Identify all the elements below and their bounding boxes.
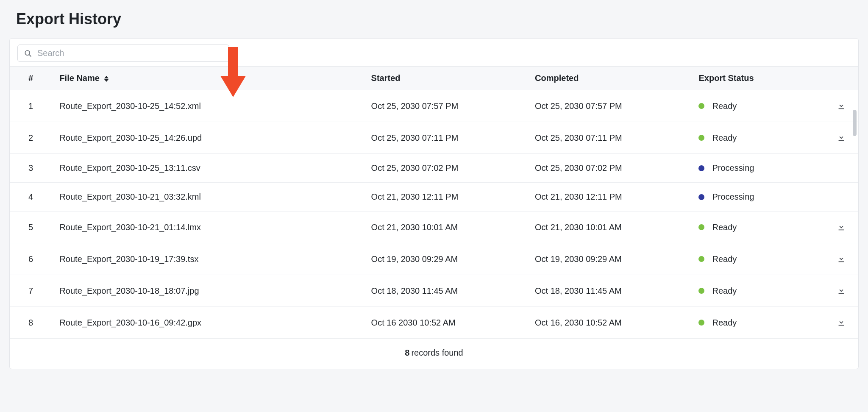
row-number: 3 [10, 163, 56, 173]
status-dot-icon [698, 194, 704, 200]
download-button[interactable] [835, 253, 847, 264]
search-input[interactable] [37, 48, 223, 58]
started-time: Oct 19, 2030 09:29 AM [371, 254, 535, 264]
status-dot-icon [698, 320, 704, 326]
completed-time: Oct 21, 2030 12:11 PM [535, 192, 698, 202]
page-title: Export History [16, 10, 868, 28]
started-time: Oct 21, 2030 12:11 PM [371, 192, 535, 202]
download-button[interactable] [835, 221, 847, 233]
download-button[interactable] [835, 131, 847, 143]
download-icon [837, 254, 846, 263]
row-number: 7 [10, 286, 56, 296]
started-time: Oct 21, 2030 10:01 AM [371, 223, 535, 232]
download-icon [837, 222, 846, 231]
table-row: 3Route_Export_2030-10-25_13:11.csvOct 25… [10, 154, 858, 183]
status-text: Ready [712, 101, 737, 111]
row-number: 5 [10, 223, 56, 232]
status-text: Processing [712, 163, 754, 173]
column-header-started[interactable]: Started [371, 73, 535, 83]
row-number: 4 [10, 192, 56, 202]
records-footer: 8records found [10, 339, 858, 369]
svg-point-0 [25, 50, 30, 55]
table-header: # File Name Started Completed Export Sta… [10, 66, 858, 90]
column-header-number[interactable]: # [10, 73, 56, 83]
table-row: 8Route_Export_2030-10-16_09:42.gpxOct 16… [10, 307, 858, 339]
table-row: 7Route_Export_2030-10-18_18:07.jpgOct 18… [10, 275, 858, 307]
svg-line-1 [29, 54, 31, 56]
download-button[interactable] [835, 284, 847, 296]
search-icon [24, 49, 32, 58]
status-text: Ready [712, 133, 737, 143]
completed-time: Oct 25, 2030 07:11 PM [535, 133, 698, 143]
status-dot-icon [698, 135, 704, 141]
export-history-panel: # File Name Started Completed Export Sta… [9, 38, 859, 369]
file-name: Route_Export_2030-10-25_14:52.xml [56, 101, 371, 111]
started-time: Oct 25, 2030 07:02 PM [371, 163, 535, 173]
row-number: 6 [10, 254, 56, 264]
started-time: Oct 16 2030 10:52 AM [371, 318, 535, 328]
file-name: Route_Export_2030-10-16_09:42.gpx [56, 318, 371, 328]
table-row: 2Route_Export_2030-10-25_14:26.updOct 25… [10, 122, 858, 154]
row-number: 8 [10, 318, 56, 328]
status-dot-icon [698, 288, 704, 294]
completed-time: Oct 18, 2030 11:45 AM [535, 286, 698, 296]
status-dot-icon [698, 103, 704, 109]
completed-time: Oct 16, 2030 10:52 AM [535, 318, 698, 328]
file-name: Route_Export_2030-10-18_18:07.jpg [56, 286, 371, 296]
search-box[interactable] [17, 45, 229, 62]
download-icon [837, 286, 846, 295]
completed-time: Oct 25, 2030 07:02 PM [535, 163, 698, 173]
table-row: 5Route_Export_2030-10-21_01:14.lmxOct 21… [10, 212, 858, 243]
sort-icon[interactable] [104, 76, 108, 82]
export-status: Ready [698, 133, 824, 143]
status-dot-icon [698, 256, 704, 262]
status-text: Ready [712, 223, 737, 232]
file-name: Route_Export_2030-10-21_03:32.kml [56, 192, 371, 202]
file-name: Route_Export_2030-10-21_01:14.lmx [56, 223, 371, 232]
status-dot-icon [698, 224, 704, 230]
download-icon [837, 317, 846, 327]
completed-time: Oct 19, 2030 09:29 AM [535, 254, 698, 264]
status-text: Processing [712, 192, 754, 202]
export-status: Ready [698, 254, 824, 264]
export-status: Ready [698, 318, 824, 328]
export-status: Ready [698, 286, 824, 296]
column-header-filename[interactable]: File Name [56, 73, 371, 83]
records-count: 8 [405, 348, 409, 357]
started-time: Oct 18, 2030 11:45 AM [371, 286, 535, 296]
column-header-filename-label: File Name [59, 73, 99, 83]
file-name: Route_Export_2030-10-19_17:39.tsx [56, 254, 371, 264]
started-time: Oct 25, 2030 07:11 PM [371, 133, 535, 143]
export-status: Processing [698, 163, 824, 173]
started-time: Oct 25, 2030 07:57 PM [371, 101, 535, 111]
export-status: Ready [698, 101, 824, 111]
status-dot-icon [698, 165, 704, 171]
table-row: 1Route_Export_2030-10-25_14:52.xmlOct 25… [10, 90, 858, 122]
column-header-completed[interactable]: Completed [535, 73, 698, 83]
records-label: records found [411, 348, 463, 357]
table-row: 6Route_Export_2030-10-19_17:39.tsxOct 19… [10, 243, 858, 275]
status-text: Ready [712, 254, 737, 264]
download-button[interactable] [835, 316, 847, 328]
row-number: 1 [10, 101, 56, 111]
column-header-status[interactable]: Export Status [698, 73, 824, 83]
row-number: 2 [10, 133, 56, 143]
export-status: Processing [698, 192, 824, 202]
completed-time: Oct 21, 2030 10:01 AM [535, 223, 698, 232]
table-body: 1Route_Export_2030-10-25_14:52.xmlOct 25… [10, 90, 858, 339]
export-status: Ready [698, 223, 824, 232]
status-text: Ready [712, 286, 737, 296]
download-icon [837, 101, 846, 110]
table-row: 4Route_Export_2030-10-21_03:32.kmlOct 21… [10, 183, 858, 212]
scrollbar-thumb[interactable] [853, 110, 857, 136]
status-text: Ready [712, 318, 737, 328]
file-name: Route_Export_2030-10-25_14:26.upd [56, 133, 371, 143]
file-name: Route_Export_2030-10-25_13:11.csv [56, 163, 371, 173]
download-button[interactable] [835, 100, 847, 111]
completed-time: Oct 25, 2030 07:57 PM [535, 101, 698, 111]
download-icon [837, 133, 846, 142]
